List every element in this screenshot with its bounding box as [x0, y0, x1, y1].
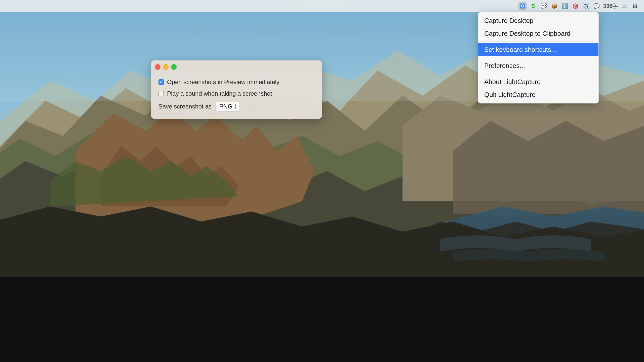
svg-rect-1	[0, 277, 644, 362]
control-center-icon[interactable]: ⊞	[631, 2, 639, 10]
minimize-button[interactable]	[163, 64, 169, 70]
maximize-button[interactable]	[171, 64, 177, 70]
box-icon[interactable]: 📦	[550, 2, 558, 10]
checkbox-sound-label: Play a sound when taking a screenshot	[167, 90, 272, 97]
close-button[interactable]	[155, 64, 160, 70]
checkbox-preview-label: Open screenshots in Preview immediately	[167, 79, 279, 86]
menu-item-preferences[interactable]: Preferences...	[478, 59, 598, 72]
wechat-icon[interactable]: 💬	[540, 2, 548, 10]
menu-item-about[interactable]: About LightCapture	[478, 76, 598, 88]
chevron-icon	[234, 104, 237, 109]
pref-row-preview: Open screenshots in Preview immediately	[158, 79, 314, 86]
menubar: S 💬 📦 ℹ️ 🎯 ✈️ 💬 336字 ⌨️ ⊞	[0, 0, 644, 12]
info-icon[interactable]: ℹ️	[561, 2, 569, 10]
menubar-right: S 💬 📦 ℹ️ 🎯 ✈️ 💬 336字 ⌨️ ⊞	[518, 2, 639, 10]
checkbox-preview[interactable]	[158, 79, 164, 85]
checkbox-sound[interactable]	[158, 91, 164, 96]
svg-point-5	[522, 5, 523, 7]
prefs-titlebar	[151, 60, 322, 74]
prefs-panel: Open screenshots in Preview immediately …	[151, 60, 322, 119]
menubar-left	[5, 2, 13, 10]
menu-item-capture-desktop[interactable]: Capture Desktop	[478, 14, 598, 27]
menu-item-capture-clipboard[interactable]: Capture Desktop to Clipboard	[478, 27, 598, 40]
mail-icon[interactable]: ✈️	[582, 2, 590, 10]
dropdown-menu: Capture Desktop Capture Desktop to Clipb…	[478, 12, 599, 103]
format-dropdown[interactable]: PNG	[216, 102, 240, 111]
menu-separator-3	[478, 74, 598, 74]
skitch-icon[interactable]: S	[529, 2, 537, 10]
target-icon[interactable]: 🎯	[571, 2, 579, 10]
menu-item-set-shortcuts[interactable]: Set keyboard shortcuts...	[478, 43, 598, 56]
save-label: Save screenshot as	[158, 103, 212, 110]
input-method-icon[interactable]: ⌨️	[620, 2, 628, 10]
apple-menu-icon[interactable]	[5, 2, 13, 10]
prefs-content: Open screenshots in Preview immediately …	[151, 74, 322, 119]
pref-row-sound: Play a sound when taking a screenshot	[158, 90, 314, 97]
menu-separator-1	[478, 42, 598, 42]
char-count: 336字	[603, 2, 618, 10]
lightcapture-icon[interactable]	[518, 2, 527, 10]
messages-icon[interactable]: 💬	[592, 2, 600, 10]
menu-item-quit[interactable]: Quit LightCapture	[478, 88, 598, 101]
pref-save-row: Save screenshot as PNG	[158, 102, 314, 111]
menu-separator-2	[478, 58, 598, 58]
format-value: PNG	[219, 103, 232, 110]
